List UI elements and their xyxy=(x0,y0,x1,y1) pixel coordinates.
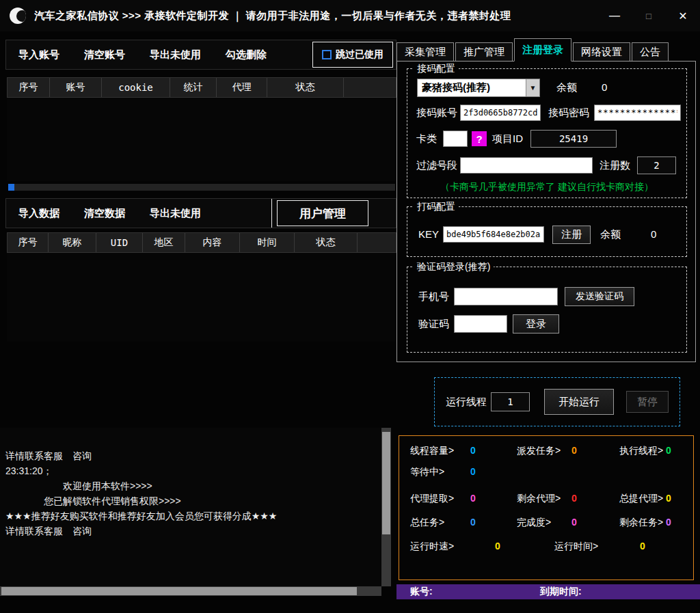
project-id-label: 项目ID xyxy=(492,130,523,148)
thread-count-input[interactable] xyxy=(491,392,530,411)
users-col-nickname: 昵称 xyxy=(49,233,96,252)
log-line: ★★★推荐好友购买软件和推荐好友加入会员您可获得分成★★★ xyxy=(5,508,381,523)
stat-waiting-value: 0 xyxy=(470,466,476,477)
tab-network[interactable]: 网络设置 xyxy=(573,42,630,62)
users-col-filler xyxy=(358,233,396,252)
accounts-col-status: 状态 xyxy=(267,78,344,97)
stat-thread-capacity-label: 线程容量> xyxy=(410,445,454,457)
filter-prefix-input[interactable] xyxy=(460,157,593,174)
maximize-button[interactable]: □ xyxy=(632,0,666,31)
check-delete-button[interactable]: 勾选删除 xyxy=(226,49,267,62)
phone-input[interactable] xyxy=(454,288,558,305)
skip-used-checkbox[interactable] xyxy=(322,50,332,59)
sms-account-input[interactable] xyxy=(460,105,541,121)
accounts-col-filler xyxy=(344,78,396,97)
sms-notice-text: （卡商号几乎被使用异常了 建议自行找卡商对接） xyxy=(407,181,686,193)
clear-data-button[interactable]: 清空数据 xyxy=(84,207,125,220)
dropdown-arrow-icon: ▼ xyxy=(526,79,539,96)
captcha-key-label: KEY xyxy=(418,226,439,243)
log-area[interactable]: 详情联系客服 咨询 23:31:20； 欢迎使用本软件>>>> 您已解锁软件代理… xyxy=(0,428,381,586)
card-type-label: 卡类 xyxy=(416,130,437,148)
register-login-panel: 接码配置 豪猪接码(推荐) ▼ 余额 0 接码账号 接码密码 卡类 ? 项目ID… xyxy=(396,61,696,362)
accounts-col-account: 账号 xyxy=(50,78,102,97)
log-line: 欢迎使用本软件>>>> xyxy=(5,478,381,493)
stat-run-speed-value: 0 xyxy=(495,541,500,551)
accounts-col-stats: 统计 xyxy=(170,78,217,97)
tab-register-login[interactable]: 注册登录 xyxy=(514,38,571,62)
users-col-region: 地区 xyxy=(143,233,185,252)
captcha-key-input[interactable] xyxy=(443,226,544,243)
accounts-col-proxy: 代理 xyxy=(217,78,267,97)
project-id-input[interactable] xyxy=(530,130,617,148)
run-controls-box: 运行线程 开始运行 暂停 xyxy=(434,377,680,426)
login-button[interactable]: 登录 xyxy=(513,314,559,333)
tab-collect[interactable]: 采集管理 xyxy=(396,42,454,62)
skip-used-label: 跳过已使用 xyxy=(336,49,383,61)
stat-completion-value: 0 xyxy=(571,517,577,528)
card-type-help-button[interactable]: ? xyxy=(472,131,487,146)
users-col-index: 序号 xyxy=(8,233,49,252)
users-col-content: 内容 xyxy=(185,233,240,252)
users-table-body[interactable] xyxy=(7,253,396,342)
stat-waiting-label: 等待中> xyxy=(410,466,444,478)
log-vscroll-thumb[interactable] xyxy=(382,432,390,534)
stat-exec-threads-value: 0 xyxy=(666,445,671,456)
stat-proxy-fetch-label: 代理提取> xyxy=(410,493,454,505)
captcha-register-button[interactable]: 注册 xyxy=(552,226,591,244)
register-count-label: 注册数 xyxy=(600,156,630,174)
toolbar-divider xyxy=(271,199,272,228)
accounts-col-cookie: cookie xyxy=(102,78,170,97)
card-type-input[interactable] xyxy=(443,131,468,147)
sms-password-input[interactable] xyxy=(594,105,681,121)
close-button[interactable]: ✕ xyxy=(666,0,700,31)
users-col-time: 时间 xyxy=(240,233,295,252)
user-manage-button[interactable]: 用户管理 xyxy=(277,200,368,226)
stat-proxy-fetch-value: 0 xyxy=(470,493,476,504)
titlebar: 汽车之家私信协议 >>> 承接软件定制开发 ｜ 请勿用于非法用途，一切后果与作者… xyxy=(0,0,700,31)
users-col-status: 状态 xyxy=(295,233,358,252)
code-login-title: 验证码登录(推荐) xyxy=(414,261,494,273)
tab-announcement[interactable]: 公告 xyxy=(632,42,669,62)
window-controls: — □ ✕ xyxy=(597,0,700,31)
export-unused-accounts-button[interactable]: 导出未使用 xyxy=(150,49,201,62)
export-unused-data-button[interactable]: 导出未使用 xyxy=(150,207,201,220)
stat-proxy-total-label: 总提代理> xyxy=(619,493,663,505)
import-accounts-button[interactable]: 导入账号 xyxy=(18,49,59,62)
app-logo-icon xyxy=(10,8,26,24)
captcha-config-group: 打码配置 KEY 注册 余额 0 xyxy=(407,206,687,257)
accounts-progress-fill xyxy=(8,184,14,191)
accounts-table-body[interactable] xyxy=(7,98,396,181)
log-hscroll-thumb[interactable] xyxy=(1,587,357,595)
code-input[interactable] xyxy=(454,315,507,333)
log-line: 23:31:20； xyxy=(5,463,381,478)
stat-total-tasks-label: 总任务> xyxy=(410,517,444,529)
sms-provider-value: 豪猪接码(推荐) xyxy=(418,81,526,94)
window-title: 汽车之家私信协议 >>> 承接软件定制开发 ｜ 请勿用于非法用途，一切后果与作者… xyxy=(34,10,511,23)
send-code-button[interactable]: 发送验证码 xyxy=(565,287,634,306)
footer-expire-label: 到期时间: xyxy=(540,586,582,598)
import-data-button[interactable]: 导入数据 xyxy=(18,207,59,220)
footer-account-label: 账号: xyxy=(410,586,433,598)
minimize-button[interactable]: — xyxy=(597,0,632,31)
stat-proxy-left-label: 剩余代理> xyxy=(517,493,561,505)
users-col-uid: UID xyxy=(96,233,143,252)
sms-balance-label: 余额 xyxy=(556,79,577,96)
sms-config-title: 接码配置 xyxy=(414,63,459,75)
thread-count-label: 运行线程 xyxy=(446,393,487,411)
log-vertical-scrollbar[interactable] xyxy=(381,428,391,586)
users-table-header: 序号 昵称 UID 地区 内容 时间 状态 xyxy=(7,232,396,253)
stat-total-tasks-value: 0 xyxy=(470,517,476,528)
license-footer-bar: 账号: 到期时间: xyxy=(396,584,700,599)
tab-bar: 采集管理 推广管理 注册登录 网络设置 公告 xyxy=(396,38,670,62)
sms-provider-dropdown[interactable]: 豪猪接码(推荐) ▼ xyxy=(417,79,540,97)
log-line: 详情联系客服 咨询 xyxy=(5,523,381,539)
skip-used-group: 跳过已使用 xyxy=(312,42,393,68)
register-count-input[interactable] xyxy=(637,156,676,174)
clear-accounts-button[interactable]: 清空账号 xyxy=(84,49,125,62)
tab-promote[interactable]: 推广管理 xyxy=(455,42,513,62)
stat-dispatch-tasks-label: 派发任务> xyxy=(517,445,561,457)
accounts-col-index: 序号 xyxy=(8,78,50,97)
pause-button[interactable]: 暂停 xyxy=(626,391,669,413)
start-run-button[interactable]: 开始运行 xyxy=(544,389,614,415)
log-horizontal-scrollbar[interactable] xyxy=(0,586,381,596)
